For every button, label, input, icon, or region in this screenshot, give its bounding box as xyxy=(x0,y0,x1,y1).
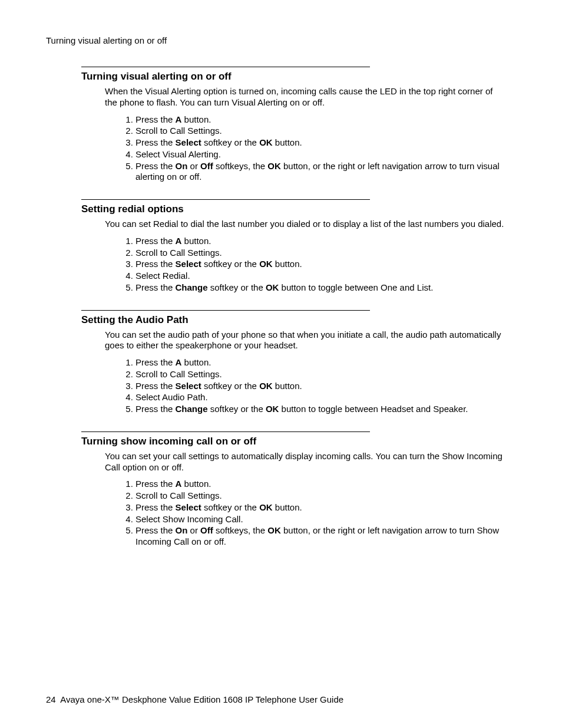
section-steps: Press the A button. Scroll to Call Setti… xyxy=(121,479,504,548)
step-item: Select Redial. xyxy=(135,271,504,282)
section-audio-path: Setting the Audio Path You can set the a… xyxy=(81,310,504,415)
section-intro: You can set Redial to dial the last numb… xyxy=(105,219,504,230)
content-area: Turning visual alerting on or off When t… xyxy=(81,67,504,548)
section-intro: When the Visual Alerting option is turne… xyxy=(105,86,504,108)
step-item: Press the On or Off softkeys, the OK but… xyxy=(135,161,504,183)
section-intro: You can set your call settings to automa… xyxy=(105,451,504,473)
section-visual-alerting: Turning visual alerting on or off When t… xyxy=(81,67,504,183)
running-header: Turning visual alerting on or off xyxy=(46,35,516,45)
section-intro: You can set the audio path of your phone… xyxy=(105,330,504,352)
step-item: Scroll to Call Settings. xyxy=(135,126,504,137)
step-item: Scroll to Call Settings. xyxy=(135,248,504,259)
step-item: Select Visual Alerting. xyxy=(135,149,504,160)
step-item: Press the A button. xyxy=(135,479,504,490)
step-item: Press the Select softkey or the OK butto… xyxy=(135,259,504,270)
step-item: Press the Change softkey or the OK butto… xyxy=(135,282,504,294)
step-item: Select Show Incoming Call. xyxy=(135,514,504,525)
step-item: Press the Select softkey or the OK butto… xyxy=(135,381,504,392)
section-steps: Press the A button. Scroll to Call Setti… xyxy=(121,357,504,415)
page-number: 24 xyxy=(46,694,56,704)
step-item: Press the A button. xyxy=(135,114,504,126)
section-redial-options: Setting redial options You can set Redia… xyxy=(81,199,504,294)
section-rule xyxy=(81,67,370,67)
section-rule xyxy=(81,310,370,311)
section-steps: Press the A button. Scroll to Call Setti… xyxy=(121,114,504,183)
section-heading: Setting the Audio Path xyxy=(81,314,504,326)
step-item: Select Audio Path. xyxy=(135,392,504,403)
step-item: Press the A button. xyxy=(135,236,504,247)
step-item: Press the Change softkey or the OK butto… xyxy=(135,404,504,415)
step-item: Press the Select softkey or the OK butto… xyxy=(135,502,504,513)
page-footer: 24 Avaya one-X™ Deskphone Value Edition … xyxy=(46,694,343,704)
step-item: Press the Select softkey or the OK butto… xyxy=(135,137,504,149)
step-item: Scroll to Call Settings. xyxy=(135,369,504,380)
section-heading: Turning visual alerting on or off xyxy=(81,71,504,83)
step-item: Press the On or Off softkeys, the OK but… xyxy=(135,525,504,548)
section-steps: Press the A button. Scroll to Call Setti… xyxy=(121,236,504,294)
footer-title: Avaya one-X™ Deskphone Value Edition 160… xyxy=(60,694,343,704)
page: Turning visual alerting on or off Turnin… xyxy=(0,0,562,728)
step-item: Press the A button. xyxy=(135,357,504,368)
section-heading: Turning show incoming call on or off xyxy=(81,436,504,447)
section-show-incoming-call: Turning show incoming call on or off You… xyxy=(81,431,504,548)
step-item: Scroll to Call Settings. xyxy=(135,490,504,502)
section-heading: Setting redial options xyxy=(81,203,504,215)
section-rule xyxy=(81,431,370,432)
section-rule xyxy=(81,199,370,200)
